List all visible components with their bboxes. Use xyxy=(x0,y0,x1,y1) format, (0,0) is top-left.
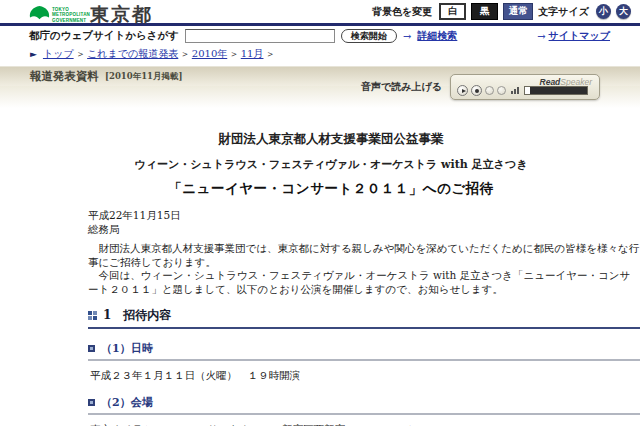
breadcrumb-separator: ＞ xyxy=(76,48,86,61)
breadcrumb-separator: ＞ xyxy=(180,48,190,61)
article-supertitle: 財団法人東京都人材支援事業団公益事業 xyxy=(88,131,574,148)
readspeaker-controls xyxy=(457,85,588,96)
release-date: 平成22年11月15日 xyxy=(88,208,640,222)
search-bar: 都庁のウェブサイトからさがす 検索開始 → 詳細検索 → サイトマップ xyxy=(0,26,640,46)
rewind-icon[interactable] xyxy=(485,86,494,95)
page-title: 「ニューイヤー・コンサート２０１１」へのご招待 xyxy=(88,180,574,198)
breadcrumb: ► トップ ＞ これまでの報道発表 ＞ 2010年 ＞ 11月 ＞ xyxy=(0,46,640,62)
forward-icon[interactable] xyxy=(497,86,506,95)
breadcrumb-link-press-releases[interactable]: これまでの報道発表 xyxy=(87,47,178,61)
readspeaker-label: 音声で読み上げる xyxy=(361,80,442,94)
breadcrumb-separator: ＞ xyxy=(265,48,275,61)
article: 財団法人東京都人材支援事業団公益事業 ウィーン・シュトラウス・フェスティヴァル・… xyxy=(88,131,640,426)
square-bullet-icon xyxy=(88,345,95,352)
logo-org-en: TOKYO METROPOLITAN GOVERNMENT xyxy=(52,7,88,23)
search-label: 都庁のウェブサイトからさがす xyxy=(29,29,179,43)
readspeaker-widget: 音声で読み上げる ReadSpeaker xyxy=(361,74,600,100)
search-input[interactable] xyxy=(185,29,335,43)
venue-text: 東京オペラシティ コンサートホール（新宿区西新宿３－２０－２） xyxy=(90,423,640,426)
banner-title: 報道発表資料 xyxy=(30,69,99,84)
readspeaker-player[interactable]: ReadSpeaker xyxy=(450,74,600,100)
play-icon[interactable] xyxy=(457,85,468,96)
sitemap-link[interactable]: サイトマップ xyxy=(549,29,610,43)
accessibility-controls: 背景色を変更 白 黒 通常 文字サイズ 小 大 xyxy=(372,3,631,20)
subsection-heading-venue: （2）会場 xyxy=(88,395,640,415)
arrow-icon: → xyxy=(537,31,545,42)
section-heading-label: 1 招待内容 xyxy=(103,307,171,324)
bg-black-button[interactable]: 黒 xyxy=(471,3,498,20)
article-subtitle: ウィーン・シュトラウス・フェスティヴァル・オーケストラ with 足立さつき xyxy=(88,157,574,172)
section-heading-invitation: 1 招待内容 xyxy=(88,307,640,329)
subsection-heading-datetime: （1）日時 xyxy=(88,341,640,361)
bg-white-button[interactable]: 白 xyxy=(439,3,466,20)
text-size-label: 文字サイズ xyxy=(538,5,589,19)
text-large-button[interactable]: 大 xyxy=(616,4,631,19)
stop-icon[interactable] xyxy=(471,85,482,96)
banner-date-note: [2010年11月掲載] xyxy=(105,71,183,83)
byline: 平成22年11月15日 総務局 xyxy=(88,208,640,236)
tokyo-logo[interactable]: TOKYO METROPOLITAN GOVERNMENT 東京都 xyxy=(29,2,153,28)
section-squares-icon xyxy=(88,311,97,320)
breadcrumb-link-2010[interactable]: 2010年 xyxy=(192,47,227,61)
intro-paragraph-2: 今回は、ウィーン・シュトラウス・フェスティヴァル・オーケストラ with 足立さ… xyxy=(88,269,640,296)
datetime-text: 平成２３年１月１１日（火曜） １９時開演 xyxy=(90,369,640,383)
pointer-icon: ► xyxy=(30,49,37,59)
site-header: TOKYO METROPOLITAN GOVERNMENT 東京都 背景色を変更… xyxy=(0,0,640,23)
subsection-heading-label: （1）日時 xyxy=(101,341,153,356)
article-titles: 財団法人東京都人材支援事業団公益事業 ウィーン・シュトラウス・フェスティヴァル・… xyxy=(88,131,640,198)
tokyo-ginkgo-icon xyxy=(29,6,50,25)
breadcrumb-separator: ＞ xyxy=(229,48,239,61)
subsection-heading-label: （2）会場 xyxy=(101,395,153,410)
volume-icon[interactable] xyxy=(511,87,519,94)
bg-normal-button[interactable]: 通常 xyxy=(503,3,533,20)
intro-paragraph-1: 財団法人東京都人材支援事業団では、東京都に対する親しみや関心を深めていただくため… xyxy=(88,242,640,269)
arrow-icon: → xyxy=(403,31,411,42)
search-start-button[interactable]: 検索開始 xyxy=(341,29,397,43)
advanced-search-link[interactable]: 詳細検索 xyxy=(417,29,457,43)
square-bullet-icon xyxy=(88,399,95,406)
bureau-name: 総務局 xyxy=(88,222,640,236)
text-small-button[interactable]: 小 xyxy=(596,4,611,19)
logo-org-ja: 東京都 xyxy=(90,2,153,28)
intro-paragraphs: 財団法人東京都人材支援事業団では、東京都に対する親しみや関心を深めていただくため… xyxy=(88,242,640,296)
breadcrumb-link-november[interactable]: 11月 xyxy=(241,47,264,61)
progress-bar[interactable] xyxy=(524,86,588,95)
breadcrumb-link-top[interactable]: トップ xyxy=(43,47,74,61)
bg-color-label: 背景色を変更 xyxy=(372,5,432,19)
